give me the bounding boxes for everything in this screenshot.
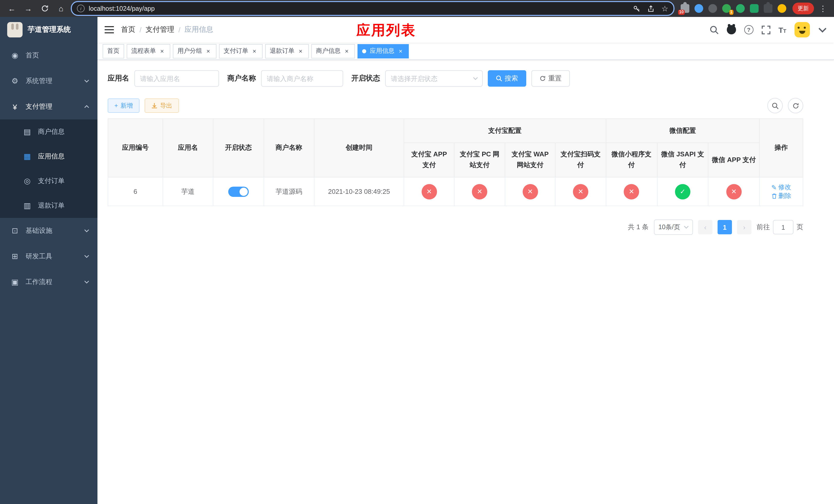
extension-wechat-devtools-icon[interactable] <box>736 4 745 13</box>
sidebar-item-merchant-info[interactable]: ▤ 商户信息 <box>0 119 97 144</box>
sidebar-item-home[interactable]: ◉ 首页 <box>0 43 97 68</box>
col-header-created: 创建时间 <box>314 119 404 177</box>
toggle-search-button[interactable] <box>767 98 783 113</box>
tags-view-bar: 首页 流程表单× 用户分组× 支付订单× 退款订单× 商户信息× 应用信息× <box>97 43 834 60</box>
sidebar-item-system[interactable]: ⚙ 系统管理 <box>0 68 97 94</box>
browser-back-icon[interactable]: ← <box>5 2 19 15</box>
url-text[interactable]: localhost:1024/pay/app <box>89 5 629 12</box>
reset-button[interactable]: 重置 <box>531 70 570 87</box>
enabled-toggle[interactable] <box>228 186 249 197</box>
sidebar-item-dev-tools[interactable]: ⊞ 研发工具 <box>0 244 97 269</box>
col-header-status: 开启状态 <box>213 119 264 177</box>
browser-home-icon[interactable]: ⌂ <box>54 2 68 15</box>
prev-page-button[interactable]: ‹ <box>698 220 712 234</box>
breadcrumb-current: 应用信息 <box>185 25 213 35</box>
avatar-caret-icon[interactable] <box>818 25 827 34</box>
search-icon[interactable] <box>710 25 718 34</box>
extension-blue-icon[interactable] <box>695 4 703 13</box>
browser-refresh-icon[interactable] <box>38 2 51 15</box>
chevron-up-icon <box>84 105 89 108</box>
close-icon[interactable]: × <box>205 47 212 54</box>
sidebar-item-infrastructure[interactable]: ⊡ 基础设施 <box>0 218 97 244</box>
search-button[interactable]: 搜索 <box>488 70 526 87</box>
browser-forward-icon[interactable]: → <box>22 2 35 15</box>
tab-refund-orders[interactable]: 退款订单× <box>265 44 309 58</box>
app-name-input[interactable] <box>134 70 219 87</box>
status-select-input[interactable] <box>385 70 483 87</box>
tab-user-group[interactable]: 用户分组× <box>173 44 216 58</box>
gear-icon: ⚙ <box>10 76 20 86</box>
cell-created-at: 2021-10-23 08:49:25 <box>314 177 404 206</box>
col-header-wechat-app: 微信 APP 支付 <box>708 143 760 177</box>
col-header-alipay-app: 支付宝 APP 支付 <box>404 143 455 177</box>
close-icon[interactable]: × <box>397 47 404 54</box>
font-size-icon[interactable]: TT <box>778 25 786 34</box>
edit-link[interactable]: ✎修改 <box>771 183 791 191</box>
bookmark-star-icon[interactable]: ☆ <box>661 5 668 12</box>
tab-process-form[interactable]: 流程表单× <box>127 44 170 58</box>
share-icon[interactable] <box>647 5 654 12</box>
address-bar[interactable]: i localhost:1024/pay/app ☆ <box>71 1 675 16</box>
merchant-name-input[interactable] <box>261 70 343 87</box>
search-icon <box>496 75 502 82</box>
site-info-icon[interactable]: i <box>77 5 85 12</box>
close-icon[interactable]: × <box>343 47 350 54</box>
status-select[interactable] <box>385 70 483 87</box>
sidebar-item-workflow[interactable]: ▣ 工作流程 <box>0 269 97 295</box>
status-cross-icon: ✕ <box>421 184 437 199</box>
sidebar-item-app-info[interactable]: ▦ 应用信息 <box>0 144 97 169</box>
sidebar-item-payment[interactable]: ¥ 支付管理 <box>0 94 97 119</box>
close-icon[interactable]: × <box>251 47 258 54</box>
tab-home[interactable]: 首页 <box>103 44 124 58</box>
avatar[interactable] <box>794 22 810 38</box>
cell-app-name: 芋道 <box>162 177 213 206</box>
search-icon <box>772 102 778 109</box>
chevron-down-icon <box>684 226 689 229</box>
annotation-overlay: 应用列表 <box>356 21 416 40</box>
tab-app-info[interactable]: 应用信息× <box>357 44 409 58</box>
sidebar-logo: 芋道管理系统 <box>0 17 97 43</box>
password-key-icon[interactable] <box>633 5 640 12</box>
omnibox-actions: ☆ <box>633 5 668 12</box>
refresh-table-button[interactable] <box>788 98 803 113</box>
col-header-wechat-mini: 微信小程序支付 <box>606 143 657 177</box>
group-header-wechat: 微信配置 <box>606 119 760 143</box>
goto-suffix-label: 页 <box>796 223 803 232</box>
page-1-button[interactable]: 1 <box>718 220 732 234</box>
close-icon[interactable]: × <box>297 47 304 54</box>
extensions-row: 10 1 <box>678 4 789 13</box>
extension-dark-puzzle-icon[interactable] <box>764 4 772 13</box>
breadcrumb-payment[interactable]: 支付管理 <box>146 25 174 35</box>
merchant-name-label: 商户名称 <box>227 74 256 83</box>
add-button[interactable]: + 新增 <box>108 98 139 113</box>
next-page-button[interactable]: › <box>737 220 751 234</box>
dashboard-icon: ◉ <box>10 51 20 60</box>
fullscreen-icon[interactable] <box>762 25 770 34</box>
extensions-puzzle-icon[interactable]: 10 <box>681 4 689 13</box>
sidebar-item-pay-orders[interactable]: ◎ 支付订单 <box>0 169 97 193</box>
breadcrumb-home[interactable]: 首页 <box>121 25 135 35</box>
export-button[interactable]: 导出 <box>145 98 179 113</box>
goto-page-input[interactable] <box>773 220 793 234</box>
navbar-actions: ? TT <box>710 22 827 38</box>
sidebar-collapse-icon[interactable] <box>105 26 114 34</box>
status-cross-icon: ✕ <box>472 184 487 199</box>
pencil-icon: ✎ <box>771 183 777 191</box>
browser-menu-icon[interactable]: ⋮ <box>817 4 829 13</box>
sidebar-item-refund-orders[interactable]: ▥ 退款订单 <box>0 193 97 218</box>
tab-pay-orders[interactable]: 支付订单× <box>219 44 263 58</box>
browser-update-button[interactable]: 更新 <box>792 3 814 14</box>
delete-link[interactable]: 删除 <box>771 191 791 200</box>
extension-green-square-icon[interactable] <box>750 4 759 13</box>
github-icon[interactable] <box>727 25 736 35</box>
help-icon[interactable]: ? <box>744 25 753 35</box>
extension-green-avatar-icon[interactable]: 1 <box>722 4 731 13</box>
extension-emoji-face-icon[interactable] <box>777 4 786 13</box>
refresh-icon <box>792 102 799 109</box>
close-icon[interactable]: × <box>158 47 166 54</box>
extension-dark-sphere-icon[interactable] <box>708 4 717 13</box>
page-size-select[interactable]: 10条/页 <box>654 220 693 235</box>
table-tools <box>767 98 803 113</box>
tab-merchant-info[interactable]: 商户信息× <box>311 44 355 58</box>
status-label: 开启状态 <box>351 74 380 83</box>
